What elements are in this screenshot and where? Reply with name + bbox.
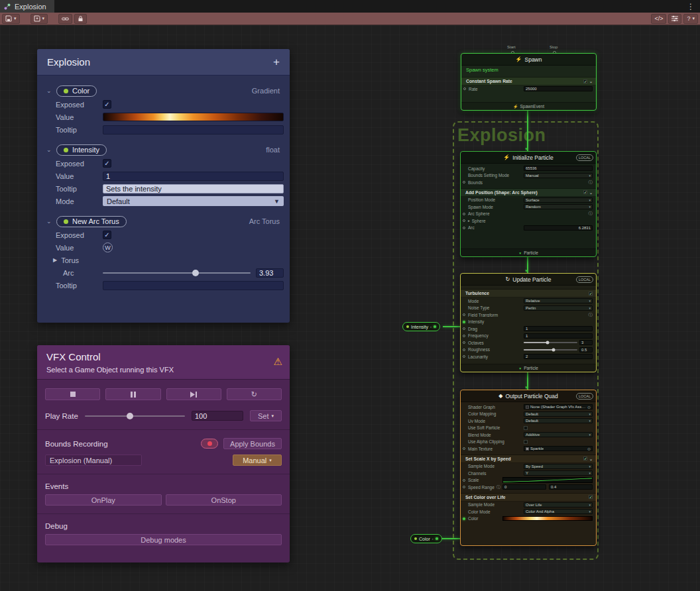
exposed-checkbox[interactable]: ✓: [103, 231, 111, 239]
debug-modes-button[interactable]: Debug modes: [45, 534, 282, 545]
value-field[interactable]: 6.2831: [524, 225, 593, 231]
object-picker-icon[interactable]: ⊙: [587, 405, 591, 409]
block-set-scale-x-by-speed[interactable]: Set Scale X by Speed✓⌄: [461, 455, 596, 463]
range-min-field[interactable]: 0: [502, 484, 546, 490]
property-pill-arc-torus[interactable]: New Arc Torus: [56, 216, 127, 227]
stop-button[interactable]: [45, 388, 100, 400]
help-button[interactable]: ? ▾: [683, 14, 698, 24]
input-port[interactable]: [463, 355, 465, 358]
row-field-transform[interactable]: Field Transformⓘ: [461, 311, 596, 319]
particle-output-port[interactable]: ▼ Particle: [461, 248, 596, 256]
input-port[interactable]: [463, 335, 465, 337]
row-use-soft-particle[interactable]: Use Soft Particle: [461, 425, 596, 432]
row-speed-range[interactable]: Speed Rangeⓘ00.4: [461, 484, 596, 491]
block-add-position-shape-arc-sphere[interactable]: Add Position (Shape: Arc Sphere)✓⌄: [461, 188, 596, 197]
input-port[interactable]: [463, 341, 465, 344]
input-port[interactable]: [463, 313, 465, 316]
row-main-texture[interactable]: Main TextureSparkle⊙: [461, 445, 596, 453]
row-sample-mode[interactable]: Sample ModeBy Speed▾: [461, 463, 596, 470]
collapse-icon[interactable]: ‹: [432, 537, 434, 541]
collapse-icon[interactable]: ‹: [430, 325, 432, 329]
slider[interactable]: [524, 342, 577, 343]
row-arc[interactable]: Arc6.2831: [461, 225, 596, 232]
chevron-down-icon[interactable]: ⌄: [589, 79, 593, 83]
dropdown[interactable]: Additive▾: [524, 432, 593, 437]
particle-output-port[interactable]: ▼ Particle: [461, 364, 596, 372]
curve-field[interactable]: [502, 477, 593, 483]
input-port[interactable]: [463, 479, 465, 482]
row-lacunarity[interactable]: Lacunarity2: [461, 353, 596, 360]
foldout-arrow-icon[interactable]: ▶: [53, 257, 57, 263]
dropdown[interactable]: Over Life▾: [524, 502, 593, 508]
parameter-node-color[interactable]: Color ‹: [410, 534, 442, 543]
record-bounds-button[interactable]: [201, 439, 218, 449]
input-port[interactable]: [463, 181, 465, 184]
bounds-target-item[interactable]: Explosion (Manual): [45, 455, 142, 466]
block-checkbox[interactable]: ✓: [583, 457, 587, 460]
onplay-button[interactable]: OnPlay: [45, 494, 162, 506]
node-update-particle[interactable]: ↻ Update Particle LOCAL Turbulence✓ModeR…: [460, 273, 597, 372]
range-max-field[interactable]: 0.4: [549, 484, 593, 490]
value-field[interactable]: 65536: [524, 166, 593, 171]
input-port[interactable]: [463, 447, 465, 450]
object-field[interactable]: None (Shader Graph Vfx Asset)⊙: [524, 404, 593, 409]
node-initialize-particle[interactable]: ⚡ Initialize Particle LOCAL Capacity6553…: [460, 151, 597, 257]
tooltip-input[interactable]: Sets the intensity: [103, 184, 284, 193]
bounds-mode-dropdown[interactable]: Manual ▾: [233, 455, 282, 466]
row-channels[interactable]: ChannelsY▾: [461, 470, 596, 477]
mode-dropdown[interactable]: Default ▼: [103, 196, 284, 206]
dropdown[interactable]: Manual▾: [524, 173, 593, 178]
node-header[interactable]: ⚡ Initialize Particle LOCAL: [461, 152, 596, 164]
apply-bounds-button[interactable]: Apply Bounds: [223, 438, 282, 449]
property-pill-color[interactable]: Color: [56, 85, 97, 97]
torus-foldout-row[interactable]: ▶ Torus: [37, 254, 290, 266]
tooltip-input[interactable]: [103, 281, 284, 290]
link-button[interactable]: [58, 14, 72, 24]
checkbox[interactable]: [524, 440, 528, 444]
dropdown[interactable]: Surface▾: [524, 197, 593, 203]
row-capacity[interactable]: Capacity65536: [461, 165, 596, 172]
save-button[interactable]: ▾: [2, 14, 20, 24]
settings-button[interactable]: [668, 14, 681, 24]
slider-knob[interactable]: [127, 413, 133, 419]
block-checkbox[interactable]: ✓: [589, 495, 593, 499]
chevron-down-icon[interactable]: ⌄: [46, 218, 56, 225]
object-field[interactable]: Sparkle⊙: [524, 446, 593, 451]
set-play-rate-button[interactable]: Set ▾: [250, 410, 282, 421]
row-bounds-setting-mode[interactable]: Bounds Setting ModeManual▾: [461, 172, 596, 180]
node-header[interactable]: ⚡ Spawn: [461, 54, 596, 66]
input-port[interactable]: [463, 219, 465, 222]
node-output-particle-quad[interactable]: ◆ Output Particle Quad LOCAL Shader Grap…: [460, 390, 597, 546]
input-port[interactable]: [463, 321, 465, 323]
input-port[interactable]: [463, 227, 465, 229]
block-turbulence[interactable]: Turbulence✓: [461, 289, 596, 297]
gradient-value-field[interactable]: [103, 113, 284, 121]
checkbox[interactable]: [524, 426, 528, 430]
kebab-menu-icon[interactable]: ⋮: [681, 2, 700, 11]
gizmo-toggle[interactable]: W: [103, 242, 113, 252]
row-uv-mode[interactable]: Uv ModeDefault▾: [461, 417, 596, 425]
play-rate-input[interactable]: 100: [192, 411, 243, 421]
add-property-button[interactable]: +: [273, 56, 280, 69]
row-sphere[interactable]: ▸Sphere: [461, 217, 596, 225]
property-arc-torus-header[interactable]: ⌄ New Arc Torus Arc Torus: [37, 214, 290, 229]
row-shader-graph[interactable]: Shader GraphNone (Shader Graph Vfx Asset…: [461, 403, 596, 411]
slider-knob[interactable]: [546, 341, 550, 345]
row-frequency[interactable]: Frequency1: [461, 333, 596, 340]
code-view-button[interactable]: </>: [651, 14, 666, 24]
dropdown[interactable]: Y▾: [524, 470, 593, 476]
row-scale[interactable]: Scale: [461, 477, 596, 484]
block-checkbox[interactable]: ✓: [583, 80, 587, 83]
row-octaves[interactable]: Octaves3: [461, 339, 596, 347]
value-field[interactable]: 1: [524, 333, 593, 339]
tooltip-input[interactable]: [103, 125, 284, 134]
slider-knob[interactable]: [192, 270, 199, 276]
pause-button[interactable]: [105, 388, 160, 400]
row-sample-mode[interactable]: Sample ModeOver Life▾: [461, 502, 596, 509]
input-port[interactable]: [463, 327, 465, 330]
dropdown[interactable]: Default▾: [524, 418, 593, 423]
row-spawn-mode[interactable]: Spawn ModeRandom▾: [461, 203, 596, 211]
block-constant-spawn-rate[interactable]: Constant Spawn Rate✓⌄: [461, 77, 596, 85]
dropdown[interactable]: Random▾: [524, 204, 593, 209]
play-rate-slider[interactable]: [85, 415, 185, 417]
